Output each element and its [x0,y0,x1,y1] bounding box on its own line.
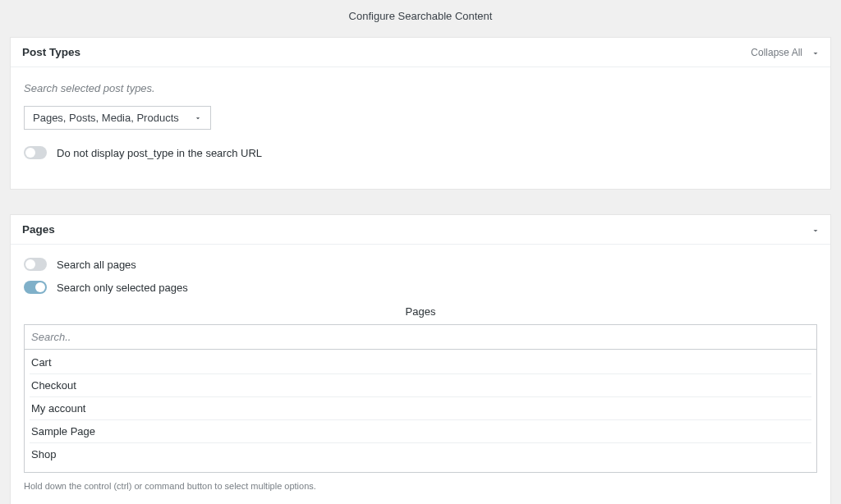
toggle-search-all-pages-switch[interactable] [24,258,47,271]
post-types-select-value: Pages, Posts, Media, Products [33,112,179,124]
collapse-all-button[interactable]: Collapse All [751,47,819,58]
toggle-search-selected-pages-label: Search only selected pages [57,282,188,294]
pages-collapse-button[interactable] [811,226,819,234]
list-item[interactable]: Shop [30,443,811,465]
list-item[interactable]: Cart [30,351,811,374]
post-types-title: Post Types [22,46,80,58]
pages-panel: Pages Search all pages Search only selec… [10,214,831,504]
post-types-header: Post Types Collapse All [11,38,830,67]
toggle-search-all-pages: Search all pages [24,258,817,271]
list-item[interactable]: Checkout [30,374,811,397]
pages-title: Pages [22,223,55,236]
chevron-down-icon [194,114,202,122]
list-item[interactable]: My account [30,397,811,420]
post-types-panel: Post Types Collapse All Search selected … [10,37,831,190]
chevron-down-icon [811,48,819,57]
toggle-search-all-pages-label: Search all pages [57,259,136,271]
toggle-hide-posttype-url: Do not display post_type in the search U… [24,146,817,159]
page-title: Configure Searchable Content [10,10,831,22]
pages-footer-hint: Hold down the control (ctrl) or command … [24,481,817,491]
chevron-down-icon [811,226,819,234]
post-types-body: Search selected post types. Pages, Posts… [11,67,830,189]
pages-body: Search all pages Search only selected pa… [11,245,830,504]
post-types-select[interactable]: Pages, Posts, Media, Products [24,106,211,130]
post-types-hint: Search selected post types. [24,82,817,94]
toggle-search-selected-pages-switch[interactable] [24,281,47,294]
pages-header: Pages [11,215,830,245]
pages-search-input[interactable] [24,324,817,350]
toggle-search-selected-pages: Search only selected pages [24,281,817,294]
toggle-hide-posttype-url-switch[interactable] [24,146,47,159]
pages-subtitle: Pages [24,305,817,318]
list-item[interactable]: Sample Page [30,420,811,443]
collapse-all-label: Collapse All [751,47,802,58]
pages-list: Cart Checkout My account Sample Page Sho… [24,350,817,473]
toggle-hide-posttype-url-label: Do not display post_type in the search U… [57,147,262,159]
